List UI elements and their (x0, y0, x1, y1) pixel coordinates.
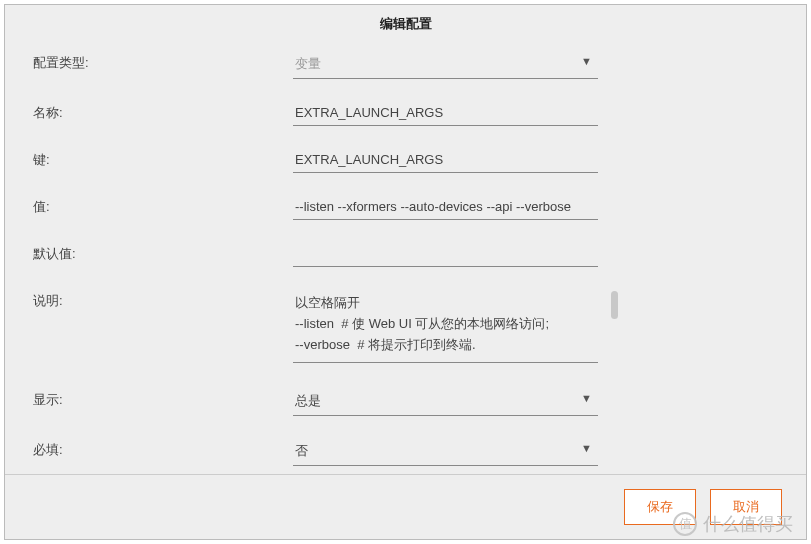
label-default: 默认值: (33, 242, 293, 263)
label-type: 配置类型: (33, 51, 293, 72)
dialog-title: 编辑配置 (5, 5, 806, 43)
required-select[interactable]: 否 ▼ (293, 438, 598, 466)
row-display: 显示: 总是 ▼ (33, 388, 778, 416)
label-name: 名称: (33, 101, 293, 122)
label-description: 说明: (33, 289, 293, 310)
row-value: 值: (33, 195, 778, 220)
row-type: 配置类型: 变量 ▼ (33, 51, 778, 79)
edit-config-dialog: 编辑配置 配置类型: 变量 ▼ 名称: 键: 值: (4, 4, 807, 540)
display-select[interactable]: 总是 ▼ (293, 388, 598, 416)
row-description: 说明: (33, 289, 778, 366)
description-textarea[interactable] (293, 289, 598, 363)
label-required: 必填: (33, 438, 293, 459)
row-required: 必填: 否 ▼ (33, 438, 778, 466)
required-select-value: 否 (293, 438, 598, 466)
row-key: 键: (33, 148, 778, 173)
form-area: 配置类型: 变量 ▼ 名称: 键: 值: (5, 43, 806, 475)
scrollbar-thumb[interactable] (611, 291, 618, 319)
row-default: 默认值: (33, 242, 778, 267)
label-display: 显示: (33, 388, 293, 409)
label-key: 键: (33, 148, 293, 169)
save-button[interactable]: 保存 (624, 489, 696, 525)
name-input[interactable] (293, 101, 598, 126)
label-value: 值: (33, 195, 293, 216)
display-select-value: 总是 (293, 388, 598, 416)
key-input[interactable] (293, 148, 598, 173)
value-input[interactable] (293, 195, 598, 220)
default-input[interactable] (293, 242, 598, 267)
button-bar: 保存 取消 (5, 475, 806, 539)
row-name: 名称: (33, 101, 778, 126)
type-select-value: 变量 (293, 51, 598, 79)
type-select[interactable]: 变量 ▼ (293, 51, 598, 79)
cancel-button[interactable]: 取消 (710, 489, 782, 525)
